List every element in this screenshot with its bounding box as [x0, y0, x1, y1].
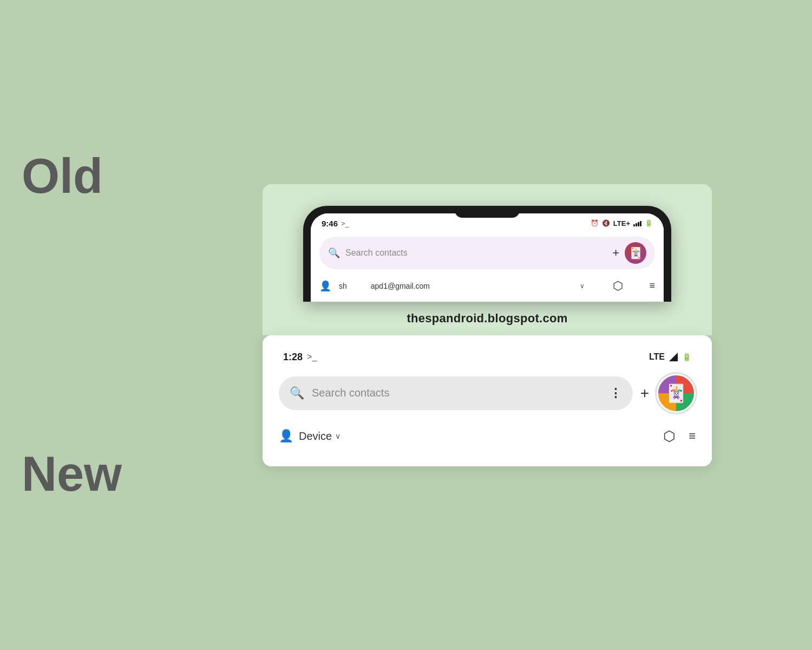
signal-bar-4	[640, 221, 641, 226]
old-search-section: 🔍 Search contacts + 🃏	[311, 231, 664, 275]
new-search-bar[interactable]: 🔍 Search contacts ⋮	[279, 376, 633, 410]
avatar-emoji-new: 🃏	[665, 383, 687, 404]
left-labels: Old New	[0, 81, 162, 569]
old-plus-button[interactable]: +	[612, 246, 619, 260]
old-terminal: >_	[341, 219, 349, 227]
three-dot-menu[interactable]: ⋮	[610, 386, 622, 400]
old-ui-section: 9:46 >_ ⏰ 🔇 LTE+	[263, 184, 712, 302]
phone-notch	[455, 206, 520, 218]
person-icon-new: 👤	[279, 429, 293, 443]
filter-icon-old[interactable]: ≡	[649, 280, 655, 291]
old-avatar[interactable]: 🃏	[625, 242, 646, 264]
new-account-label: Device	[299, 430, 332, 443]
svg-marker-0	[669, 353, 678, 361]
signal-bar-3	[638, 222, 639, 226]
person-icon-old: 👤	[319, 280, 331, 292]
new-search-placeholder: Search contacts	[312, 387, 602, 399]
right-content: 9:46 >_ ⏰ 🔇 LTE+	[162, 184, 812, 466]
new-status-icons: LTE 🔋	[649, 352, 691, 362]
signal-bar-1	[633, 224, 635, 226]
avatar-emoji-old: 🃏	[629, 246, 643, 259]
battery-icon-old: 🔋	[645, 219, 653, 227]
new-dropdown-arrow[interactable]: ∨	[335, 432, 340, 440]
old-account-email: apd1@gmail.com	[371, 282, 573, 290]
new-status-bar: 1:28 >_ LTE 🔋	[279, 352, 696, 368]
search-icon-old: 🔍	[328, 247, 340, 259]
old-account-initials: sh	[339, 282, 347, 290]
new-label: New	[22, 450, 122, 498]
old-status-left: 9:46 >_	[322, 219, 349, 228]
new-search-section: 🔍 Search contacts ⋮ + 🃏	[279, 368, 696, 424]
signal-icon-new	[669, 353, 678, 361]
mute-icon: 🔇	[602, 219, 610, 227]
old-filter-row: 👤 sh apd1@gmail.com ∨ ⬡ ≡	[311, 275, 664, 302]
old-time: 9:46	[322, 219, 338, 228]
blog-url: thespandroid.blogspot.com	[263, 302, 712, 335]
alarm-icon: ⏰	[591, 219, 599, 227]
phone-mockup: 9:46 >_ ⏰ 🔇 LTE+	[303, 206, 671, 302]
new-status-left: 1:28 >_	[283, 352, 317, 363]
search-icon-new: 🔍	[290, 386, 304, 400]
old-status-icons: ⏰ 🔇 LTE+ 🔋	[591, 219, 653, 227]
signal-bar-2	[636, 223, 637, 226]
new-terminal: >_	[307, 352, 317, 362]
label-icon-new[interactable]: ⬡	[663, 428, 676, 445]
new-time: 1:28	[283, 352, 303, 363]
new-filter-row: 👤 Device ∨ ⬡ ≡	[279, 424, 696, 445]
lte-label: LTE+	[613, 219, 630, 227]
new-ui-section: 1:28 >_ LTE 🔋 🔍 Search contacts ⋮	[263, 335, 712, 466]
phone-inner: 9:46 >_ ⏰ 🔇 LTE+	[311, 213, 664, 302]
old-search-bar[interactable]: 🔍 Search contacts + 🃏	[319, 237, 655, 269]
old-dropdown-arrow[interactable]: ∨	[580, 282, 585, 290]
signal-bars-old	[633, 220, 641, 226]
new-plus-button[interactable]: +	[640, 385, 649, 402]
new-avatar[interactable]: 🃏	[657, 374, 696, 413]
page-wrapper: Old New 9:46 >_ ⏰ 🔇	[0, 0, 812, 650]
label-icon-old[interactable]: ⬡	[613, 279, 623, 293]
new-lte-label: LTE	[649, 352, 665, 362]
battery-icon-new: 🔋	[682, 353, 691, 361]
old-search-placeholder: Search contacts	[345, 248, 607, 258]
filter-icon-new[interactable]: ≡	[689, 429, 696, 443]
old-label: Old	[22, 152, 103, 200]
